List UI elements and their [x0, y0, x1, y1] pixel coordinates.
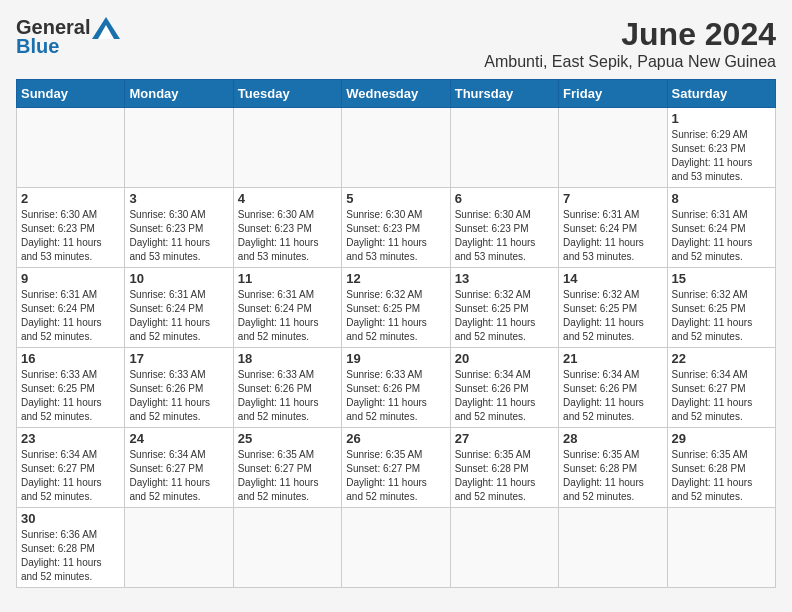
calendar-cell: 25Sunrise: 6:35 AM Sunset: 6:27 PM Dayli…: [233, 428, 341, 508]
calendar-cell: [125, 508, 233, 588]
calendar-cell: 10Sunrise: 6:31 AM Sunset: 6:24 PM Dayli…: [125, 268, 233, 348]
day-info: Sunrise: 6:35 AM Sunset: 6:28 PM Dayligh…: [563, 448, 662, 504]
calendar-cell: 7Sunrise: 6:31 AM Sunset: 6:24 PM Daylig…: [559, 188, 667, 268]
day-number: 8: [672, 191, 771, 206]
day-number: 29: [672, 431, 771, 446]
calendar-cell: 29Sunrise: 6:35 AM Sunset: 6:28 PM Dayli…: [667, 428, 775, 508]
day-info: Sunrise: 6:32 AM Sunset: 6:25 PM Dayligh…: [672, 288, 771, 344]
day-info: Sunrise: 6:34 AM Sunset: 6:27 PM Dayligh…: [672, 368, 771, 424]
day-info: Sunrise: 6:35 AM Sunset: 6:28 PM Dayligh…: [672, 448, 771, 504]
day-number: 6: [455, 191, 554, 206]
calendar-cell: [233, 508, 341, 588]
month-title: June 2024: [484, 16, 776, 53]
calendar-cell: 20Sunrise: 6:34 AM Sunset: 6:26 PM Dayli…: [450, 348, 558, 428]
calendar-cell: [450, 508, 558, 588]
day-number: 7: [563, 191, 662, 206]
day-number: 30: [21, 511, 120, 526]
calendar-cell: [233, 108, 341, 188]
day-info: Sunrise: 6:32 AM Sunset: 6:25 PM Dayligh…: [346, 288, 445, 344]
location-title: Ambunti, East Sepik, Papua New Guinea: [484, 53, 776, 71]
calendar-cell: 1Sunrise: 6:29 AM Sunset: 6:23 PM Daylig…: [667, 108, 775, 188]
calendar-header-row: SundayMondayTuesdayWednesdayThursdayFrid…: [17, 80, 776, 108]
day-number: 27: [455, 431, 554, 446]
day-number: 20: [455, 351, 554, 366]
day-number: 14: [563, 271, 662, 286]
day-info: Sunrise: 6:33 AM Sunset: 6:26 PM Dayligh…: [238, 368, 337, 424]
day-number: 1: [672, 111, 771, 126]
day-number: 13: [455, 271, 554, 286]
calendar-week-row: 23Sunrise: 6:34 AM Sunset: 6:27 PM Dayli…: [17, 428, 776, 508]
calendar-cell: 4Sunrise: 6:30 AM Sunset: 6:23 PM Daylig…: [233, 188, 341, 268]
column-header-saturday: Saturday: [667, 80, 775, 108]
column-header-sunday: Sunday: [17, 80, 125, 108]
calendar-cell: 13Sunrise: 6:32 AM Sunset: 6:25 PM Dayli…: [450, 268, 558, 348]
calendar-cell: 14Sunrise: 6:32 AM Sunset: 6:25 PM Dayli…: [559, 268, 667, 348]
day-number: 16: [21, 351, 120, 366]
day-number: 12: [346, 271, 445, 286]
calendar-week-row: 2Sunrise: 6:30 AM Sunset: 6:23 PM Daylig…: [17, 188, 776, 268]
column-header-tuesday: Tuesday: [233, 80, 341, 108]
calendar-cell: [667, 508, 775, 588]
calendar-cell: [559, 508, 667, 588]
day-info: Sunrise: 6:31 AM Sunset: 6:24 PM Dayligh…: [129, 288, 228, 344]
calendar-cell: 24Sunrise: 6:34 AM Sunset: 6:27 PM Dayli…: [125, 428, 233, 508]
day-number: 17: [129, 351, 228, 366]
day-number: 24: [129, 431, 228, 446]
calendar-cell: 27Sunrise: 6:35 AM Sunset: 6:28 PM Dayli…: [450, 428, 558, 508]
calendar-week-row: 30Sunrise: 6:36 AM Sunset: 6:28 PM Dayli…: [17, 508, 776, 588]
calendar: SundayMondayTuesdayWednesdayThursdayFrid…: [16, 79, 776, 588]
logo-icon: [92, 17, 120, 39]
calendar-cell: 18Sunrise: 6:33 AM Sunset: 6:26 PM Dayli…: [233, 348, 341, 428]
day-info: Sunrise: 6:35 AM Sunset: 6:27 PM Dayligh…: [346, 448, 445, 504]
column-header-wednesday: Wednesday: [342, 80, 450, 108]
calendar-cell: 12Sunrise: 6:32 AM Sunset: 6:25 PM Dayli…: [342, 268, 450, 348]
day-number: 15: [672, 271, 771, 286]
day-number: 26: [346, 431, 445, 446]
day-info: Sunrise: 6:31 AM Sunset: 6:24 PM Dayligh…: [238, 288, 337, 344]
day-info: Sunrise: 6:34 AM Sunset: 6:26 PM Dayligh…: [455, 368, 554, 424]
calendar-cell: [125, 108, 233, 188]
calendar-cell: [342, 108, 450, 188]
day-number: 18: [238, 351, 337, 366]
day-info: Sunrise: 6:34 AM Sunset: 6:27 PM Dayligh…: [129, 448, 228, 504]
logo-blue-text: Blue: [16, 35, 59, 58]
day-info: Sunrise: 6:31 AM Sunset: 6:24 PM Dayligh…: [563, 208, 662, 264]
calendar-cell: [559, 108, 667, 188]
calendar-cell: 17Sunrise: 6:33 AM Sunset: 6:26 PM Dayli…: [125, 348, 233, 428]
day-info: Sunrise: 6:35 AM Sunset: 6:28 PM Dayligh…: [455, 448, 554, 504]
day-number: 28: [563, 431, 662, 446]
day-number: 25: [238, 431, 337, 446]
calendar-cell: 21Sunrise: 6:34 AM Sunset: 6:26 PM Dayli…: [559, 348, 667, 428]
calendar-week-row: 1Sunrise: 6:29 AM Sunset: 6:23 PM Daylig…: [17, 108, 776, 188]
calendar-cell: 6Sunrise: 6:30 AM Sunset: 6:23 PM Daylig…: [450, 188, 558, 268]
day-info: Sunrise: 6:30 AM Sunset: 6:23 PM Dayligh…: [129, 208, 228, 264]
day-info: Sunrise: 6:31 AM Sunset: 6:24 PM Dayligh…: [672, 208, 771, 264]
logo: General Blue: [16, 16, 120, 58]
calendar-cell: 19Sunrise: 6:33 AM Sunset: 6:26 PM Dayli…: [342, 348, 450, 428]
day-number: 10: [129, 271, 228, 286]
calendar-cell: 11Sunrise: 6:31 AM Sunset: 6:24 PM Dayli…: [233, 268, 341, 348]
calendar-week-row: 9Sunrise: 6:31 AM Sunset: 6:24 PM Daylig…: [17, 268, 776, 348]
day-info: Sunrise: 6:36 AM Sunset: 6:28 PM Dayligh…: [21, 528, 120, 584]
column-header-thursday: Thursday: [450, 80, 558, 108]
calendar-cell: 30Sunrise: 6:36 AM Sunset: 6:28 PM Dayli…: [17, 508, 125, 588]
day-info: Sunrise: 6:30 AM Sunset: 6:23 PM Dayligh…: [455, 208, 554, 264]
day-info: Sunrise: 6:33 AM Sunset: 6:25 PM Dayligh…: [21, 368, 120, 424]
day-number: 23: [21, 431, 120, 446]
title-area: June 2024 Ambunti, East Sepik, Papua New…: [484, 16, 776, 71]
day-info: Sunrise: 6:33 AM Sunset: 6:26 PM Dayligh…: [129, 368, 228, 424]
calendar-cell: 8Sunrise: 6:31 AM Sunset: 6:24 PM Daylig…: [667, 188, 775, 268]
day-number: 11: [238, 271, 337, 286]
day-info: Sunrise: 6:30 AM Sunset: 6:23 PM Dayligh…: [21, 208, 120, 264]
day-info: Sunrise: 6:32 AM Sunset: 6:25 PM Dayligh…: [563, 288, 662, 344]
day-number: 3: [129, 191, 228, 206]
day-number: 2: [21, 191, 120, 206]
calendar-cell: 26Sunrise: 6:35 AM Sunset: 6:27 PM Dayli…: [342, 428, 450, 508]
calendar-cell: 28Sunrise: 6:35 AM Sunset: 6:28 PM Dayli…: [559, 428, 667, 508]
calendar-cell: 23Sunrise: 6:34 AM Sunset: 6:27 PM Dayli…: [17, 428, 125, 508]
day-info: Sunrise: 6:29 AM Sunset: 6:23 PM Dayligh…: [672, 128, 771, 184]
column-header-monday: Monday: [125, 80, 233, 108]
day-info: Sunrise: 6:31 AM Sunset: 6:24 PM Dayligh…: [21, 288, 120, 344]
calendar-cell: [450, 108, 558, 188]
calendar-cell: [17, 108, 125, 188]
